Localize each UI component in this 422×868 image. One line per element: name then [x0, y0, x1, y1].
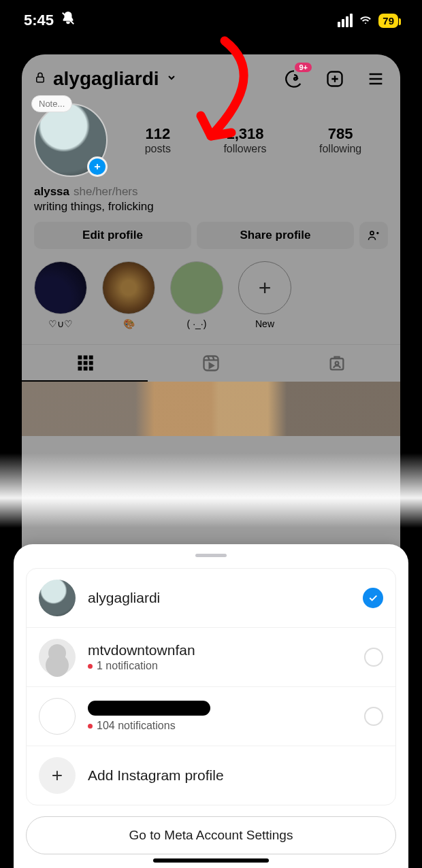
- notification-dot-icon: [88, 724, 93, 729]
- threads-badge: 9+: [295, 63, 312, 72]
- add-story-button[interactable]: [87, 156, 108, 177]
- threads-button[interactable]: 9+: [282, 67, 306, 91]
- account-name-redacted: [88, 701, 210, 716]
- account-notification: 1 notification: [88, 660, 352, 672]
- silent-mode-icon: [61, 11, 76, 30]
- account-name: mtvdowntownfan: [88, 642, 352, 658]
- posts-grid-preview: [22, 382, 400, 436]
- battery-indicator: 79: [378, 14, 398, 28]
- account-row[interactable]: 104 notifications: [27, 687, 395, 746]
- cellular-signal-icon: [338, 14, 353, 27]
- account-avatar: [39, 639, 76, 675]
- account-notification: 104 notifications: [88, 720, 352, 732]
- account-avatar: [39, 580, 76, 616]
- plus-icon: +: [39, 757, 76, 794]
- sheet-grabber[interactable]: [195, 554, 227, 557]
- status-bar: 5:45 79: [0, 0, 422, 41]
- add-profile-label: Add Instagram profile: [88, 767, 383, 784]
- account-name: alygagliardi: [88, 590, 351, 606]
- account-switcher-sheet: alygagliardi mtvdowntownfan 1 notificati…: [14, 544, 408, 868]
- note-bubble[interactable]: Note...: [31, 95, 72, 112]
- add-profile-row[interactable]: + Add Instagram profile: [27, 746, 395, 805]
- status-time: 5:45: [24, 12, 54, 29]
- home-indicator[interactable]: [153, 858, 269, 863]
- unselected-radio: [364, 707, 383, 726]
- profile-avatar[interactable]: Note...: [34, 103, 108, 177]
- wifi-icon: [358, 12, 373, 29]
- notification-dot-icon: [88, 664, 93, 669]
- meta-account-settings-button[interactable]: Go to Meta Account Settings: [26, 816, 396, 854]
- account-avatar: [39, 698, 76, 735]
- account-row[interactable]: alygagliardi: [27, 569, 395, 628]
- account-row[interactable]: mtvdowntownfan 1 notification: [27, 628, 395, 687]
- unselected-radio: [364, 648, 383, 667]
- selected-check-icon: [363, 588, 383, 608]
